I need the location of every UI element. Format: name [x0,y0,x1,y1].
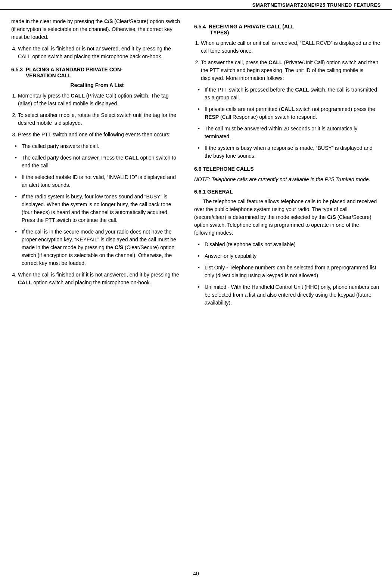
mode-bullet-list: Disabled (telephone calls not available)… [198,241,381,307]
left-column: made in the clear mode by pressing the C… [11,18,183,310]
note-text: NOTE: Telephone calls are currently not … [194,176,381,183]
mode-bullet-1: Disabled (telephone calls not available) [198,241,381,248]
general-paragraph: The telephone call feature allows teleph… [194,198,381,237]
header-title: SMARTNET/SMARTZONE/P25 TRUNKED FEATURES [252,2,381,8]
bullet-list-654: If the PTT switch is pressed before the … [198,86,381,160]
list-item-2: To select another mobile, rotate the Sel… [18,111,183,127]
section-654-title: 6.5.4 RECEIVING A PRIVATE CALL (ALL TYPE… [194,24,381,35]
numbered-list-653: Momentarily press the CALL (Private Call… [18,92,183,139]
list-item-1: Momentarily press the CALL (Private Call… [18,92,183,108]
section-661-title: 6.6.1 GENERAL [194,189,381,195]
intro-paragraph: made in the clear mode by pressing the C… [11,18,183,41]
bullet-4: If the radio system is busy, four low to… [15,193,183,224]
bullet-1: The called party answers the call. [15,142,183,150]
bullet-2: The called party does not answer. Press … [15,154,183,170]
mode-bullet-3: List Only - Telephone numbers can be sel… [198,264,381,279]
list-item-3: Press the PTT switch and one of the foll… [18,131,183,139]
numbered-list-bottom: When the call is finished or if it is no… [18,271,183,287]
right-column: 6.5.4 RECEIVING A PRIVATE CALL (ALL TYPE… [194,18,381,310]
list-item-4-top: When the call is finished or is not answ… [18,45,183,61]
rcv-bullet-2: If private calls are not permitted (CALL… [198,105,381,121]
page-number: 40 [0,571,392,577]
numbered-list-654: When a private call or unit call is rece… [201,39,381,82]
list-item-4-bottom: When the call is finished or if it is no… [18,271,183,287]
rcv-list-item-1: When a private call or unit call is rece… [201,39,381,55]
bullet-list-653: The called party answers the call. The c… [15,142,183,267]
recalling-title: Recalling From A List [11,82,183,88]
rcv-bullet-3: The call must be answered within 20 seco… [198,125,381,140]
section-66-title: 6.6 TELEPHONE CALLS [194,166,381,172]
rcv-list-item-2: To answer the call, press the CALL (Priv… [201,59,381,82]
section-653-title: 6.5.3 PLACING A STANDARD PRIVATE CON- VE… [11,67,183,78]
page-header: SMARTNET/SMARTZONE/P25 TRUNKED FEATURES [0,0,392,10]
mode-bullet-2: Answer-only capability [198,252,381,260]
rcv-bullet-4: If the system is busy when a response is… [198,144,381,160]
bullet-5: If the call is in the secure mode and yo… [15,228,183,267]
bullet-3: If the selected mobile ID is not valid, … [15,173,183,189]
mode-bullet-4: Unlimited - With the Handheld Control Un… [198,283,381,307]
rcv-bullet-1: If the PTT switch is pressed before the … [198,86,381,102]
numbered-list-top: When the call is finished or is not answ… [18,45,183,61]
